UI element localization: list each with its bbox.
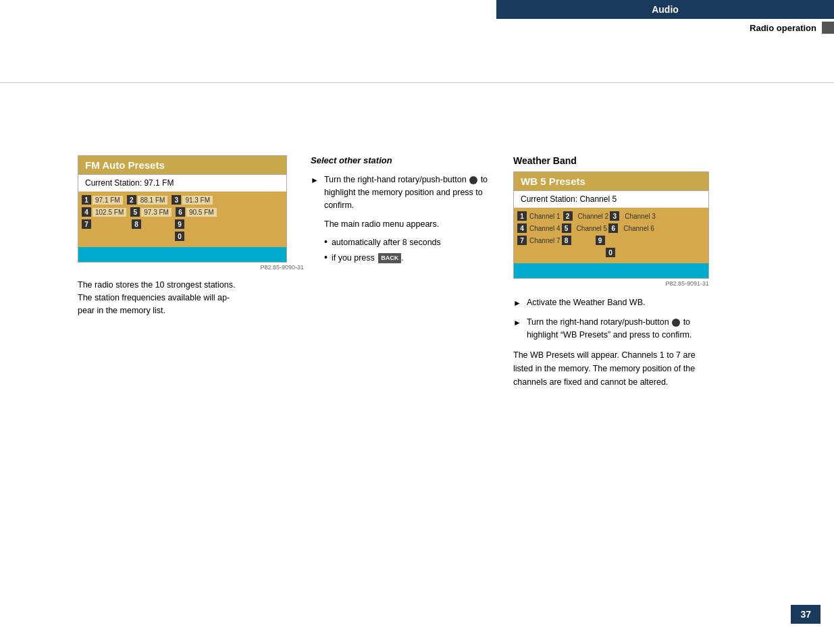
wb-cell-7: 7 Channel 7 8 <box>517 236 573 245</box>
wb-current-station-text: Current Station: Channel 5 <box>521 194 617 204</box>
wb-instruction-1: ► Activate the Weather Band WB. <box>513 296 702 309</box>
wb-arrow-1: ► <box>513 297 521 309</box>
wb-num-3: 3 <box>610 211 619 221</box>
fm-grid: 1 97.1 FM 2 88.1 FM 3 91.3 FM 4 102.5 FM <box>78 192 286 247</box>
fm-section: FM Auto Presets Current Station: 97.1 FM… <box>78 155 304 317</box>
audio-header: Audio <box>496 0 834 19</box>
wb-row-3: 7 Channel 7 8 9 <box>517 236 705 245</box>
sub-list-item-1: • automatically after 8 seconds <box>324 236 500 249</box>
wb-num-4: 4 <box>517 223 527 233</box>
fm-row-3: 7 8 9 <box>82 219 283 229</box>
fm-description: The radio stores the 10 strongest statio… <box>78 279 304 317</box>
wb-num-8: 8 <box>562 236 571 245</box>
preset-num-0: 0 <box>175 232 184 241</box>
wb-ch2-text: Channel 2 <box>577 212 610 221</box>
sub-list-item-2: • if you press BACK. <box>324 252 500 265</box>
bullet-text-2: if you press BACK. <box>332 252 404 265</box>
fm-desc-line3: pear in the memory list. <box>78 306 165 315</box>
wb-row-1: 1 Channel 1 2 Channel 2 3 Channel 3 <box>517 211 705 221</box>
wb-cell-ch6: Channel 6 <box>622 224 656 233</box>
fm-cell-5: 5 97.3 FM <box>130 207 172 217</box>
fm-caption: P82.85-9090-31 <box>78 264 304 271</box>
bullet-icon-1: • <box>324 236 328 248</box>
page-number: 37 <box>791 605 820 624</box>
wb-ch4-text: Channel 4 <box>528 224 562 233</box>
wb-instruction-2: ► Turn the right-hand rotary/push-button… <box>513 316 702 342</box>
wb-arrow-2: ► <box>513 317 521 342</box>
wb-presets-box: WB 5 Presets Current Station: Channel 5 … <box>513 171 709 279</box>
fm-desc-line1: The radio stores the 10 strongest statio… <box>78 280 235 290</box>
wb-ch5-text: Channel 5 <box>575 224 609 233</box>
wb-presets-title: WB 5 Presets <box>514 172 708 191</box>
wb-ch7-text: Channel 7 <box>528 236 562 245</box>
wb-cell-4: 4 Channel 4 5 <box>517 223 573 233</box>
main-menu-text: The main radio menu appears. <box>311 218 500 231</box>
wb-circle-icon <box>672 319 680 327</box>
wb-description: The WB Presets will appear. Channels 1 t… <box>513 348 702 389</box>
radio-operation-header: Radio operation <box>496 19 834 36</box>
fm-cell-6: 6 90.5 FM <box>176 207 217 217</box>
wb-row-4: 0 <box>517 248 705 257</box>
wb-row-2: 4 Channel 4 5 Channel 5 6 Channel 6 <box>517 223 705 233</box>
preset-num-4: 4 <box>82 207 91 217</box>
wb-num-0: 0 <box>606 248 615 257</box>
preset-freq-3: 91.3 FM <box>182 196 213 205</box>
fm-bottom-bar <box>78 247 286 262</box>
wb-cell-1: 1 Channel 1 2 <box>517 211 574 221</box>
wb-presets-title-text: WB 5 Presets <box>521 176 585 187</box>
fm-desc-line2: The station frequencies available will a… <box>78 293 230 302</box>
wb-cell-ch2: Channel 2 3 <box>577 211 621 221</box>
preset-freq-6: 90.5 FM <box>186 208 217 217</box>
fm-presets-box: FM Auto Presets Current Station: 97.1 FM… <box>78 155 287 263</box>
preset-freq-2: 88.1 FM <box>138 196 168 205</box>
fm-current-station: Current Station: 97.1 FM <box>78 175 286 192</box>
wb-num-5: 5 <box>562 223 571 233</box>
instruction-text-1: Turn the right-hand rotary/push-button t… <box>324 173 500 211</box>
fm-cell-8: 8 <box>132 219 142 229</box>
wb-cell-ch5: Channel 5 6 <box>575 223 620 233</box>
fm-cell-0: 0 <box>175 232 186 241</box>
fm-cell-2: 2 88.1 FM <box>127 195 168 205</box>
preset-num-5: 5 <box>130 207 140 217</box>
wb-current-station: Current Station: Channel 5 <box>514 191 708 208</box>
radio-operation-bar <box>822 22 834 34</box>
preset-freq-5: 97.3 FM <box>141 208 172 217</box>
fm-presets-title: FM Auto Presets <box>78 156 286 175</box>
bullet-text-1: automatically after 8 seconds <box>332 236 441 249</box>
preset-num-3: 3 <box>172 195 181 205</box>
fm-current-station-text: Current Station: 97.1 FM <box>85 178 174 188</box>
middle-section: Select other station ► Turn the right-ha… <box>311 155 500 267</box>
wb-ch3-text: Channel 3 <box>623 212 657 221</box>
wb-instruction-2-text: Turn the right-hand rotary/push-button t… <box>527 316 702 342</box>
back-badge: BACK <box>378 253 401 264</box>
fm-cell-3: 3 91.3 FM <box>172 195 213 205</box>
bullet-icon-2: • <box>324 252 328 263</box>
preset-num-1: 1 <box>82 195 91 205</box>
wb-cell-ch3: Channel 3 <box>623 212 657 221</box>
preset-num-6: 6 <box>176 207 185 217</box>
wb-caption: P82.85-9091-31 <box>513 280 709 287</box>
preset-num-7: 7 <box>82 219 91 229</box>
circle-icon-1 <box>469 176 477 184</box>
wb-num-2: 2 <box>563 211 573 221</box>
preset-freq-1: 97.1 FM <box>93 196 123 205</box>
arrow-icon-1: ► <box>311 174 319 211</box>
preset-num-2: 2 <box>127 195 136 205</box>
wb-num-6: 6 <box>608 223 618 233</box>
fm-cell-4: 4 102.5 FM <box>82 207 126 217</box>
preset-freq-4: 102.5 FM <box>93 208 126 217</box>
wb-bottom-bar <box>514 263 708 278</box>
fm-cell-9: 9 <box>175 219 186 229</box>
fm-row-1: 1 97.1 FM 2 88.1 FM 3 91.3 FM <box>82 195 283 205</box>
wb-grid: 1 Channel 1 2 Channel 2 3 Channel 3 4 Ch… <box>514 208 708 263</box>
instruction-item-1: ► Turn the right-hand rotary/push-button… <box>311 173 500 211</box>
wb-num-7: 7 <box>517 236 527 245</box>
wb-cell-empty: 9 <box>596 236 606 245</box>
radio-operation-label: Radio operation <box>750 23 816 33</box>
wb-section-title: Weather Band <box>513 155 804 166</box>
fm-cell-7: 7 <box>82 219 93 229</box>
wb-ch1-text: Channel 1 <box>528 212 562 221</box>
sub-list: • automatically after 8 seconds • if you… <box>311 236 500 265</box>
select-other-title: Select other station <box>311 155 500 165</box>
wb-ch6-text: Channel 6 <box>622 224 656 233</box>
